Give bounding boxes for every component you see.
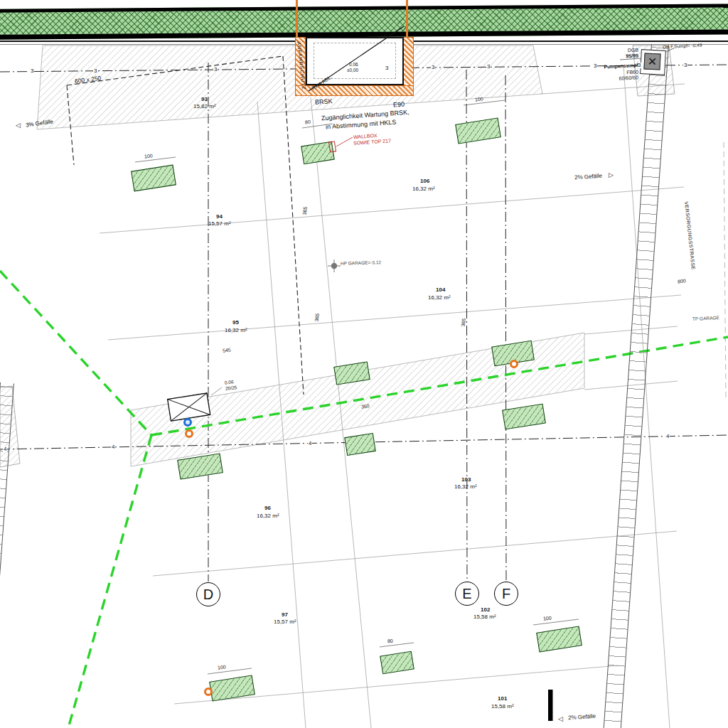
space-number: 94 <box>216 214 223 220</box>
space-number: 104 <box>436 287 445 293</box>
dim-80: 80 <box>387 638 393 644</box>
charging-point-icon <box>185 429 193 438</box>
space-number: 101 <box>498 696 507 702</box>
sign-marker-icon <box>183 418 192 427</box>
dim-100: 100 <box>218 664 226 670</box>
grid-letter: D <box>203 587 213 603</box>
grid-bubble-e: E <box>455 582 479 606</box>
grid-bubble-f: F <box>494 582 518 606</box>
space-number: 102 <box>481 607 490 613</box>
elevation-top: 0.06 <box>349 63 358 68</box>
axis-label-3: 3 <box>431 65 435 70</box>
axis-label-3: 3 <box>213 67 218 73</box>
rwa-flap-diagonal <box>291 17 419 95</box>
axis-label-3: 3 <box>30 68 34 74</box>
space-number: 96 <box>264 505 271 511</box>
space-area: 15,57 m² <box>208 221 231 227</box>
dim-100: 100 <box>475 96 483 102</box>
grid-letter: F <box>502 586 510 602</box>
charging-point-icon <box>510 360 518 368</box>
space-area: 16,32 m² <box>257 513 279 519</box>
pump-sump-icon: ✕ <box>643 53 660 70</box>
space-number: 106 <box>420 178 429 184</box>
axis-label-3: 3 <box>93 68 97 74</box>
fire-rating-label: E90 <box>393 101 405 108</box>
dim-80: 80 <box>305 119 311 125</box>
grid-letter: E <box>462 586 471 602</box>
dim-100: 100 <box>543 616 552 621</box>
hp-garage-marker <box>328 259 341 272</box>
dim-365: 365 <box>461 318 466 326</box>
space-area: 15,58 m² <box>473 614 496 620</box>
axis-label-3: 3 <box>683 63 687 68</box>
elevation-zero: ±0,00 <box>347 68 358 73</box>
charging-point-icon <box>204 687 213 696</box>
space-number: 97 <box>282 612 288 618</box>
brsk-label: BRSK <box>315 98 333 106</box>
space-area: 16,32 m² <box>428 295 451 301</box>
axis-label-4: 4 <box>308 441 312 446</box>
section-marker-bar <box>548 690 553 721</box>
dim-365: 365 <box>314 313 320 321</box>
site-plan-canvas: ✕ D E F 3 3 3 3 3 3 3 3 3 4 4 4 4 93 15,… <box>0 0 728 728</box>
space-number: 93 <box>201 97 208 102</box>
space-area: 16,32 m² <box>225 328 247 333</box>
space-area: 16,32 m² <box>454 484 477 490</box>
dim-100: 100 <box>144 153 153 159</box>
slope-arrow-right-icon: ▷ <box>609 172 614 178</box>
space-area: 15,82 m² <box>193 104 216 109</box>
space-number: 95 <box>232 320 239 326</box>
axis-label-4: 4 <box>111 444 115 450</box>
grid-bubble-d: D <box>196 582 220 606</box>
axis-label-4: 4 <box>665 434 670 439</box>
space-area: 15,58 m² <box>491 704 514 710</box>
axis-label-4: 4 <box>3 446 7 452</box>
dim-365: 365 <box>302 206 308 215</box>
space-area: 16,32 m² <box>412 186 435 192</box>
axis-label-3: 3 <box>385 65 389 71</box>
axis-label-3: 3 <box>486 64 491 70</box>
space-number: 103 <box>461 477 471 483</box>
slope-arrow-bottom-icon: ◁ <box>558 716 563 722</box>
slope-arrow-left-icon: ◁ <box>16 122 21 129</box>
space-area: 15,57 m² <box>274 619 296 625</box>
